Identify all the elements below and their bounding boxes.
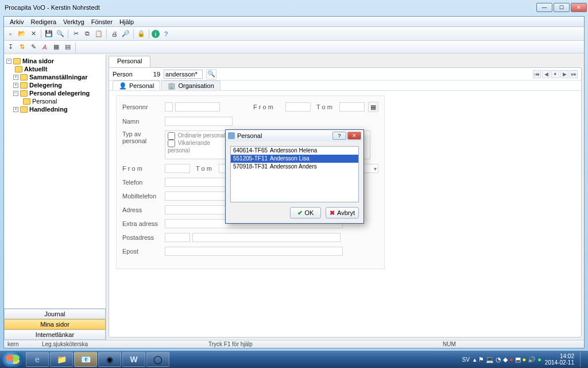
chk-ordinarie[interactable] — [168, 132, 175, 140]
tree-sammanst[interactable]: +Sammanställningar — [5, 73, 105, 81]
label-personnr: Personnr — [122, 103, 165, 110]
tray-icons[interactable]: ▴ ⚑ 💻 ◔ ◆ ● ⬒ ● 🔊 ● — [473, 356, 541, 363]
menu-fonster[interactable]: Fönster — [88, 18, 116, 25]
tree-personal[interactable]: Personal — [5, 97, 105, 105]
close-button[interactable]: ✕ — [571, 3, 587, 12]
dialog-list[interactable]: 640614-TF65Andersson Helena551205-TF11An… — [230, 146, 359, 202]
field-telefon[interactable] — [165, 178, 231, 187]
field-personnr-b[interactable] — [175, 102, 220, 112]
page-add-icon[interactable]: ✦ — [551, 70, 559, 78]
window-titlebar: Procapita VoO - Kerstin Nohrstedt — ☐ ✕ — [0, 0, 588, 15]
tray-a-icon[interactable]: ◔ — [496, 356, 501, 363]
field-tom[interactable] — [339, 102, 365, 112]
search-bar: Person 19 🔍 ⏮ ◀ ✦ ▶ ⏭ — [109, 68, 581, 80]
show-desktop-button[interactable] — [580, 352, 585, 367]
dialog-row[interactable]: 570918-TF31Andersson Anders — [231, 163, 358, 171]
open-icon[interactable]: 📂 — [17, 29, 27, 39]
field-epost[interactable] — [165, 247, 343, 256]
save-icon[interactable]: 💾 — [44, 29, 54, 39]
tool-d-icon[interactable]: A — [40, 42, 50, 52]
window-title: Procapita VoO - Kerstin Nohrstedt — [0, 4, 535, 11]
bottom-tab-internet[interactable]: Internetlänkar — [4, 329, 106, 340]
field-from2[interactable] — [165, 164, 190, 173]
dialog-titlebar[interactable]: Personal ? ✕ — [226, 130, 363, 141]
bottom-tab-journal[interactable]: Journal — [4, 309, 106, 319]
task-outlook[interactable]: 📧 — [74, 352, 97, 367]
preview-icon[interactable]: 🔎 — [121, 29, 131, 39]
subtab-organisation[interactable]: 🏢Organisation — [161, 80, 220, 90]
date-picker-icon[interactable]: ▦ — [368, 102, 378, 112]
tray-up-icon[interactable]: ▴ — [473, 356, 477, 363]
task-app1[interactable]: ◉ — [98, 352, 121, 367]
tray-e-icon[interactable]: ● — [523, 356, 527, 363]
task-word[interactable]: W — [122, 352, 145, 367]
minimize-button[interactable]: — — [536, 3, 552, 12]
lock-icon[interactable]: 🔒 — [136, 29, 146, 39]
menu-hjalp[interactable]: Hjälp — [116, 18, 137, 25]
task-ie[interactable]: e — [26, 352, 49, 367]
bottom-tab-mina[interactable]: Mina sidor — [4, 319, 106, 329]
page-last-icon[interactable]: ⏭ — [570, 70, 578, 78]
tab-personal[interactable]: Personal — [109, 56, 150, 67]
tray-d-icon[interactable]: ⬒ — [515, 356, 521, 363]
tree-aktuellt[interactable]: Aktuellt — [5, 65, 105, 73]
tray-flag-icon[interactable]: ⚑ — [478, 356, 484, 363]
tool-e-icon[interactable]: ▦ — [51, 42, 61, 52]
field-personnr-a[interactable] — [165, 102, 173, 112]
dialog-ok-button[interactable]: ✔OK — [290, 207, 321, 218]
tree-handledning[interactable]: +Handledning — [5, 105, 105, 113]
search-icon[interactable]: 🔍 — [55, 29, 65, 39]
paste-icon[interactable]: 📋 — [94, 29, 104, 39]
page-prev-icon[interactable]: ◀ — [542, 70, 550, 78]
delete-icon[interactable]: ✕ — [28, 29, 38, 39]
dialog-row[interactable]: 640614-TF65Andersson Helena — [231, 147, 358, 155]
chk-vikarierande[interactable] — [168, 140, 175, 147]
search-go-icon[interactable]: 🔍 — [206, 69, 216, 79]
dialog-help-button[interactable]: ? — [332, 132, 346, 140]
task-app2[interactable]: ◯ — [146, 352, 169, 367]
field-mobil[interactable] — [165, 191, 231, 201]
field-post-b[interactable] — [192, 233, 341, 242]
start-button[interactable] — [2, 352, 23, 367]
new-icon[interactable]: ▫ — [5, 29, 16, 39]
task-explorer[interactable]: 📁 — [50, 352, 73, 367]
taskbar: e 📁 📧 ◉ W ◯ SV ▴ ⚑ 💻 ◔ ◆ ● ⬒ ● 🔊 ● 14:02… — [0, 351, 588, 368]
dialog-close-button[interactable]: ✕ — [347, 132, 361, 140]
person-icon: 👤 — [119, 82, 127, 90]
print-icon[interactable]: 🖨 — [109, 29, 119, 39]
menu-arkiv[interactable]: Arkiv — [6, 18, 27, 25]
tree[interactable]: −Mina sidor Aktuellt +Sammanställningar … — [4, 55, 106, 308]
copy-icon[interactable]: ⧉ — [82, 29, 92, 39]
tool-b-icon[interactable]: ⇅ — [17, 42, 27, 52]
tray-clock[interactable]: 14:02 2014-02-11 — [545, 353, 574, 366]
menu-redigera[interactable]: Redigera — [27, 18, 60, 25]
tray-f-icon[interactable]: ● — [537, 356, 541, 363]
tool-f-icon[interactable]: ▤ — [63, 42, 73, 52]
tray-lang[interactable]: SV — [462, 356, 470, 363]
tree-root[interactable]: −Mina sidor — [5, 57, 105, 65]
tree-delegering[interactable]: +Delegering — [5, 81, 105, 89]
cut-icon[interactable]: ✂ — [71, 29, 81, 39]
page-next-icon[interactable]: ▶ — [560, 70, 568, 78]
dialog-cancel-button[interactable]: ✖Avbryt — [326, 207, 359, 218]
tool-a-icon[interactable]: ↧ — [5, 42, 16, 52]
tree-personal-delegering[interactable]: −Personal delegering — [5, 89, 105, 97]
field-from[interactable] — [285, 102, 311, 112]
field-post-a[interactable] — [165, 233, 190, 242]
search-count: 19 — [153, 71, 160, 78]
maximize-button[interactable]: ☐ — [554, 3, 570, 12]
dialog-row[interactable]: 551205-TF11Andersson Lisa — [231, 155, 358, 163]
search-input[interactable] — [164, 70, 203, 79]
help-icon[interactable]: ? — [161, 29, 171, 39]
tray-c-icon[interactable]: ● — [509, 356, 513, 363]
field-namn[interactable] — [165, 117, 233, 126]
tray-net-icon[interactable]: 💻 — [486, 356, 494, 363]
page-first-icon[interactable]: ⏮ — [533, 70, 541, 78]
tool-c-icon[interactable]: ✎ — [28, 42, 38, 52]
info-icon[interactable]: i — [152, 30, 160, 38]
tray-b-icon[interactable]: ◆ — [503, 356, 508, 363]
tray-vol-icon[interactable]: 🔊 — [528, 356, 536, 363]
menu-verktyg[interactable]: Verktyg — [60, 18, 88, 25]
subtab-personal[interactable]: 👤Personal — [113, 80, 160, 90]
sidebar-bottom-tabs: Journal Mina sidor Internetlänkar — [4, 308, 106, 340]
